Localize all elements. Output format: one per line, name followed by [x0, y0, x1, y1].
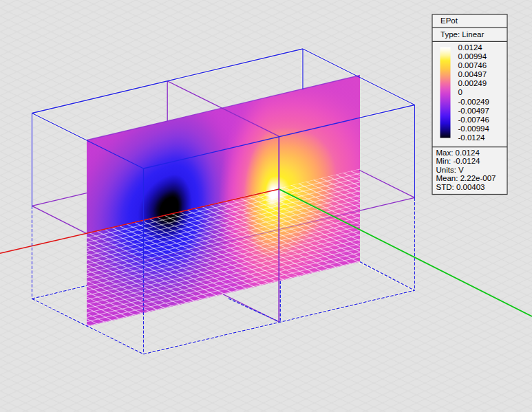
svg-text:0.0124: 0.0124: [458, 43, 483, 52]
svg-text:0.00249: 0.00249: [458, 79, 487, 87]
svg-text:-0.00746: -0.00746: [458, 116, 489, 124]
svg-text:Max: 0.0124: Max: 0.0124: [436, 149, 480, 157]
svg-text:Mean: 2.22e-007: Mean: 2.22e-007: [436, 174, 496, 182]
svg-text:Units: V: Units: V: [436, 166, 465, 174]
svg-text:0.00994: 0.00994: [458, 52, 487, 61]
svg-text:Type: Linear: Type: Linear: [440, 30, 484, 39]
svg-text:0.00746: 0.00746: [458, 61, 487, 69]
svg-text:-0.00994: -0.00994: [458, 124, 490, 133]
svg-text:0.00497: 0.00497: [458, 70, 487, 78]
svg-text:0: 0: [458, 88, 462, 96]
svg-text:STD: 0.00403: STD: 0.00403: [436, 183, 485, 191]
svg-text:EPot: EPot: [440, 17, 458, 25]
svg-text:Min: -0.0124: Min: -0.0124: [436, 157, 481, 165]
svg-text:-0.0124: -0.0124: [458, 133, 486, 142]
svg-text:-0.00497: -0.00497: [458, 107, 489, 115]
svg-text:-0.00249: -0.00249: [458, 98, 489, 106]
